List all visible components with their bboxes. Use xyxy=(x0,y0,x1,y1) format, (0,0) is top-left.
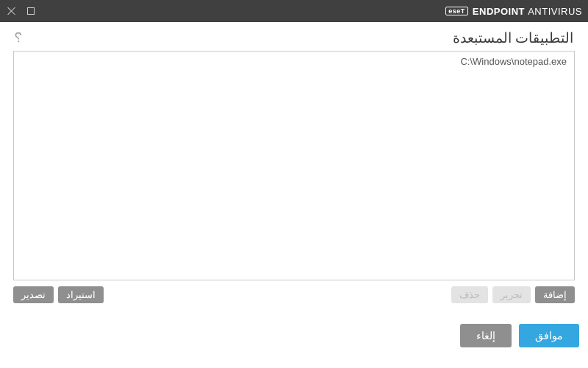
brand: eseT ENDPOINT ANTIVIRUS xyxy=(445,6,582,17)
header: ? التطبيقات المستبعدة xyxy=(0,22,588,51)
list-toolbar: تصدير استيراد حذف تحرير إضافة xyxy=(0,280,588,303)
edit-button[interactable]: تحرير xyxy=(492,286,531,303)
toolbar-right-group: حذف تحرير إضافة xyxy=(451,286,575,303)
delete-button[interactable]: حذف xyxy=(451,286,488,303)
brand-text-bold: ENDPOINT xyxy=(473,6,525,17)
help-icon[interactable]: ? xyxy=(15,30,22,46)
close-icon[interactable] xyxy=(7,7,16,15)
cancel-button[interactable]: إلغاء xyxy=(460,324,512,347)
page-title: التطبيقات المستبعدة xyxy=(453,29,573,46)
list-item[interactable]: C:\Windows\notepad.exe xyxy=(21,56,567,67)
import-button[interactable]: استيراد xyxy=(58,286,104,303)
export-button[interactable]: تصدير xyxy=(13,286,54,303)
toolbar-left-group: تصدير استيراد xyxy=(13,286,104,303)
ok-button[interactable]: موافق xyxy=(519,324,579,347)
maximize-icon[interactable] xyxy=(26,7,35,15)
brand-text-light: ANTIVIRUS xyxy=(528,6,582,17)
titlebar: eseT ENDPOINT ANTIVIRUS xyxy=(0,0,588,22)
add-button[interactable]: إضافة xyxy=(535,286,575,303)
window-controls xyxy=(7,7,35,15)
excluded-apps-list[interactable]: C:\Windows\notepad.exe xyxy=(13,51,575,280)
brand-badge: eseT xyxy=(445,7,468,15)
dialog-footer: موافق إلغاء xyxy=(0,303,588,356)
